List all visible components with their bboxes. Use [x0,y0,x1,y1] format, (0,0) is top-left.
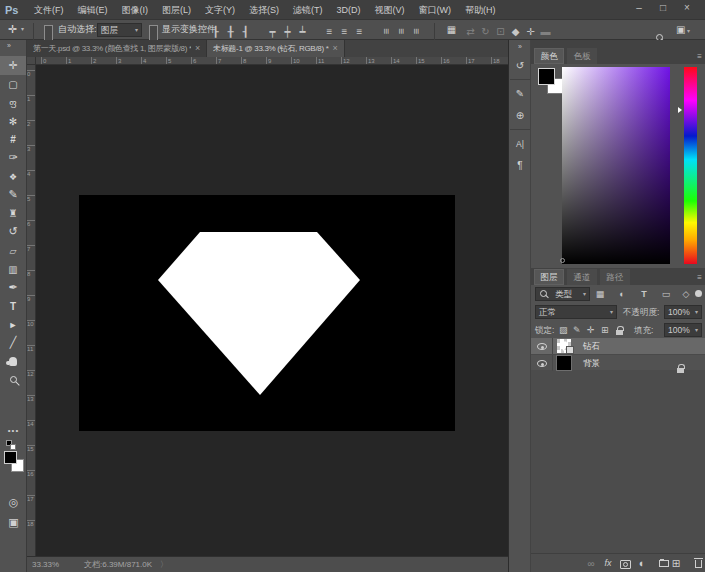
layer-row-diamond[interactable]: 钻石 [531,338,705,354]
workspace-icon[interactable]: ▣ ▾ [676,20,690,39]
distribute-top-edges-icon[interactable] [322,22,337,41]
layer-thumbnail-background[interactable] [557,356,571,370]
hue-slider-marker[interactable] [678,107,682,113]
lock-transparent-pixels-icon[interactable] [559,323,568,337]
lock-all-icon[interactable] [616,325,623,339]
history-panel-icon[interactable] [510,54,530,76]
menu-item[interactable]: 文字(Y) [198,0,242,20]
close-button[interactable]: × [675,0,699,18]
filter-shape-layers-icon[interactable] [659,287,673,301]
layer-style-icon[interactable]: fx [601,554,615,572]
lock-artboard-icon[interactable] [601,323,609,337]
clone-stamp-tool[interactable] [0,204,26,223]
eyedropper-tool[interactable] [0,149,26,168]
tab-color[interactable]: 颜色 [534,48,564,64]
brush-tool[interactable] [0,186,26,205]
hand-tool[interactable] [0,352,26,371]
gradient-tool[interactable] [0,260,26,279]
color-gradient-field[interactable] [562,67,670,264]
menu-item[interactable]: 帮助(H) [458,0,503,20]
layer-row-background[interactable]: 背景 [531,354,705,370]
fill-field[interactable]: 100%▾ [664,323,702,337]
3d-drag-icon[interactable] [493,22,508,41]
menu-item[interactable]: 视图(V) [368,0,412,20]
filter-toggle-icon[interactable] [695,290,702,297]
character-panel-icon[interactable] [510,129,530,154]
menu-item[interactable]: 窗口(W) [412,0,459,20]
layer-name[interactable]: 钻石 [583,338,600,354]
type-tool[interactable] [0,297,26,316]
document-tab[interactable]: 未标题-1 @ 33.3% (钻石, RGB/8) *× [207,40,345,57]
path-selection-tool[interactable] [0,315,26,334]
blend-mode-dropdown[interactable]: 正常▾ [535,305,617,319]
3d-roll-icon[interactable] [478,22,493,41]
color-picker-marker[interactable] [560,258,565,263]
tab-swatches[interactable]: 色板 [567,48,597,64]
align-horizontal-centers-icon[interactable] [223,22,238,41]
distribute-right-edges-icon[interactable] [409,22,424,41]
document-tab[interactable]: 第一天.psd @ 33.3% (颜色查找 1, 图层蒙版/8) *× [27,40,207,57]
dock-expand-icon[interactable]: » [510,40,530,54]
3d-slide-icon[interactable] [508,22,523,41]
adjustment-layer-icon[interactable] [635,554,649,572]
distribute-bottom-edges-icon[interactable] [352,22,367,41]
3d-mode-icon[interactable] [538,22,553,41]
history-brush-tool[interactable] [0,223,26,242]
color-panel-foreground-swatch[interactable] [538,68,555,85]
crop-tool[interactable] [0,130,26,149]
hue-slider[interactable] [684,67,697,264]
tab-close-icon[interactable]: × [195,43,200,53]
tab-paths[interactable]: 路径 [600,269,630,285]
zoom-tool[interactable] [0,371,26,390]
zoom-level-field[interactable]: 33.33% [32,557,59,572]
filter-smart-objects-icon[interactable] [679,287,693,301]
screen-mode-icon[interactable]: ▣ [0,516,27,529]
opacity-field[interactable]: 100%▾ [664,305,702,319]
align-vertical-centers-icon[interactable] [280,22,295,41]
edit-toolbar-icon[interactable]: ••• [0,426,27,435]
line-tool[interactable] [0,334,26,353]
move-tool[interactable] [0,56,26,75]
menu-item[interactable]: 编辑(E) [71,0,115,20]
color-panel-menu-icon[interactable]: ≡ [697,52,702,61]
pen-tool[interactable] [0,278,26,297]
menu-item[interactable]: 3D(D) [330,0,368,20]
distribute-vertical-centers-icon[interactable] [337,22,352,41]
menu-item[interactable]: 滤镜(T) [286,0,330,20]
new-group-icon[interactable] [652,554,666,572]
layer-visibility-icon[interactable] [537,343,547,350]
tab-channels[interactable]: 通道 [567,269,597,285]
filter-type-layers-icon[interactable] [637,287,651,301]
3d-rotate-icon[interactable] [463,22,478,41]
toolbar-collapse-icon[interactable]: » [7,42,11,49]
healing-brush-tool[interactable] [0,167,26,186]
delete-layer-icon[interactable] [688,554,702,572]
quick-selection-tool[interactable] [0,112,26,131]
align-bottom-edges-icon[interactable] [295,22,310,41]
menu-item[interactable]: 图层(L) [155,0,198,20]
menu-item[interactable]: 选择(S) [242,0,286,20]
minimize-button[interactable]: – [627,0,651,18]
align-top-edges-icon[interactable] [265,22,280,41]
layer-name[interactable]: 背景 [583,355,600,371]
clone-source-panel-icon[interactable] [510,104,530,126]
layer-visibility-icon[interactable] [537,360,547,367]
foreground-color-swatch[interactable] [4,451,17,464]
quick-mask-icon[interactable]: ◎ [0,496,27,509]
marquee-tool[interactable] [0,75,26,94]
align-right-edges-icon[interactable] [238,22,253,41]
menu-item[interactable]: 文件(F) [27,0,71,20]
align-distribute-icon[interactable]: ▦ [444,20,459,39]
menu-item[interactable]: 图像(I) [115,0,156,20]
new-layer-icon[interactable] [669,554,683,572]
lock-image-pixels-icon[interactable] [573,323,581,337]
lock-position-icon[interactable] [587,323,595,337]
status-chevron-icon[interactable]: 〉 [160,557,168,572]
tab-close-icon[interactable]: × [333,43,338,53]
maximize-button[interactable]: □ [651,0,675,18]
tab-layers[interactable]: 图层 [534,269,564,285]
tool-preset-arrow-icon[interactable]: ▾ [21,20,24,39]
align-left-edges-icon[interactable] [208,22,223,41]
layers-panel-menu-icon[interactable]: ≡ [697,273,702,282]
paragraph-panel-icon[interactable] [510,154,530,176]
